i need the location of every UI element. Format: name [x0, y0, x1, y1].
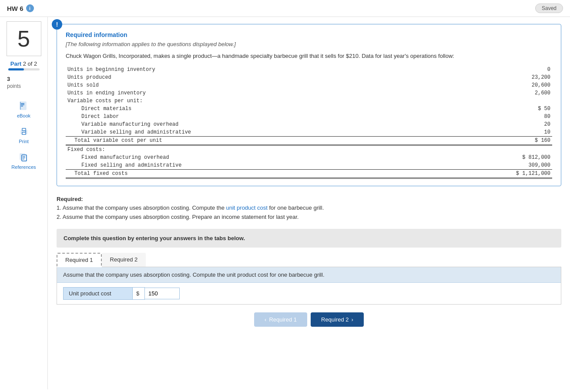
- info-card-subtitle: [The following information applies to th…: [66, 41, 552, 47]
- required-item-1: 1. Assume that the company uses absorpti…: [57, 204, 324, 211]
- row-value: 80: [358, 113, 552, 121]
- main-layout: 5 Part 2 of 2 3 points eBook: [0, 17, 570, 389]
- svg-rect-7: [22, 132, 26, 134]
- svg-point-8: [25, 131, 26, 132]
- answer-row: Unit product cost $: [57, 283, 561, 304]
- print-label: Print: [19, 139, 29, 144]
- row-label: Units sold: [66, 81, 358, 89]
- dollar-sign: $: [133, 287, 145, 300]
- complete-box-text: Complete this question by entering your …: [64, 235, 245, 241]
- points-value: 3: [7, 76, 10, 82]
- hw-title-text: HW 6: [7, 5, 23, 12]
- ebook-icon: [17, 100, 30, 112]
- references-icon: [17, 151, 30, 163]
- next-arrow: ›: [352, 316, 353, 323]
- tab-required-2-label: Required 2: [110, 256, 138, 263]
- part-current: 2: [23, 60, 26, 67]
- part-total: 2: [34, 60, 37, 67]
- row-label: Variable manufacturing overhead: [66, 121, 358, 128]
- required-section: Required: 1. Assume that the company use…: [57, 195, 561, 222]
- table-row: Units in ending inventory 2,600: [66, 89, 552, 97]
- question-number: 5: [17, 26, 30, 52]
- row-label: Fixed manufacturing overhead: [66, 154, 358, 161]
- row-value: 20,600: [358, 81, 552, 89]
- row-label: Units in ending inventory: [66, 89, 358, 97]
- table-row: Fixed selling and administrative 309,000: [66, 161, 552, 170]
- row-value: [358, 97, 552, 105]
- next-label: Required 2: [321, 316, 349, 323]
- nav-buttons: ‹ Required 1 Required 2 ›: [57, 312, 561, 335]
- print-button[interactable]: Print: [18, 125, 30, 144]
- unit-product-cost-link[interactable]: unit product cost: [226, 204, 268, 211]
- prev-label: Required 1: [269, 316, 297, 323]
- references-button[interactable]: References: [11, 151, 36, 170]
- hw-title: HW 6 i: [7, 4, 34, 12]
- tab-required-2[interactable]: Required 2: [102, 253, 146, 267]
- row-value: 20: [358, 121, 552, 128]
- table-row: Variable selling and administrative 10: [66, 128, 552, 137]
- table-row: Total variable cost per unit $ 160: [66, 136, 552, 145]
- print-icon: [18, 125, 30, 137]
- row-value: 10: [358, 128, 552, 137]
- saved-badge: Saved: [535, 3, 563, 13]
- prev-arrow: ‹: [265, 316, 266, 323]
- tab-content: Assume that the company uses absorption …: [57, 267, 561, 305]
- table-row: Variable costs per unit:: [66, 97, 552, 105]
- points-label: points: [7, 83, 21, 89]
- info-card: ! Required information [The following in…: [57, 24, 561, 186]
- svg-rect-2: [21, 104, 24, 105]
- row-label: Fixed costs:: [66, 145, 358, 154]
- sidebar: 5 Part 2 of 2 3 points eBook: [0, 17, 48, 389]
- answer-input[interactable]: [145, 288, 180, 299]
- row-label: Units in beginning inventory: [66, 66, 358, 74]
- content-area: ! Required information [The following in…: [48, 17, 570, 389]
- row-value: $ 812,000: [358, 154, 552, 161]
- row-label: Direct materials: [66, 105, 358, 113]
- table-row: Fixed manufacturing overhead $ 812,000: [66, 154, 552, 161]
- progress-bar-fill: [8, 68, 24, 70]
- info-icon[interactable]: i: [26, 4, 34, 12]
- svg-rect-13: [23, 159, 24, 159]
- info-card-body: Chuck Wagon Grills, Incorporated, makes …: [66, 52, 552, 60]
- table-row: Units sold 20,600: [66, 81, 552, 89]
- row-label: Direct labor: [66, 113, 358, 121]
- row-value: [358, 145, 552, 154]
- row-value: 2,600: [358, 89, 552, 97]
- ebook-button[interactable]: eBook: [17, 100, 30, 118]
- row-label: Fixed selling and administrative: [66, 161, 358, 170]
- required-heading: Required:: [57, 196, 83, 202]
- tab-required-1-label: Required 1: [65, 257, 93, 263]
- references-label: References: [11, 164, 36, 170]
- table-row: Units in beginning inventory 0: [66, 66, 552, 74]
- row-label: Units produced: [66, 74, 358, 81]
- tab-instruction: Assume that the company uses absorption …: [57, 267, 561, 283]
- prev-button[interactable]: ‹ Required 1: [254, 312, 307, 327]
- complete-box: Complete this question by entering your …: [57, 229, 561, 248]
- row-value: $ 50: [358, 105, 552, 113]
- row-label: Total variable cost per unit: [66, 136, 358, 145]
- next-button[interactable]: Required 2 ›: [311, 312, 364, 327]
- svg-rect-12: [23, 157, 25, 158]
- answer-label: Unit product cost: [63, 287, 133, 300]
- row-label: Variable costs per unit:: [66, 97, 358, 105]
- row-value: $ 1,121,000: [358, 169, 552, 178]
- tab-required-1[interactable]: Required 1: [57, 253, 102, 267]
- progress-bar-wrap: [8, 68, 40, 70]
- part-separator: of: [28, 60, 34, 67]
- table-row: Units produced 23,200: [66, 74, 552, 81]
- row-label: Variable selling and administrative: [66, 128, 358, 137]
- row-value: $ 160: [358, 136, 552, 145]
- svg-rect-1: [21, 103, 24, 104]
- svg-rect-0: [20, 102, 26, 110]
- table-row: Direct materials $ 50: [66, 105, 552, 113]
- svg-rect-4: [20, 102, 21, 110]
- part-indicator: Part 2 of 2: [10, 60, 37, 67]
- question-number-box: 5: [7, 21, 41, 56]
- required-item-2: 2. Assume that the company uses absorpti…: [57, 214, 298, 220]
- info-card-title: Required information: [66, 31, 552, 38]
- top-bar: HW 6 i Saved: [0, 0, 570, 17]
- svg-rect-6: [22, 128, 26, 131]
- table-row: Total fixed costs $ 1,121,000: [66, 169, 552, 178]
- data-table: Units in beginning inventory 0 Units pro…: [66, 66, 552, 179]
- ebook-label: eBook: [17, 113, 30, 118]
